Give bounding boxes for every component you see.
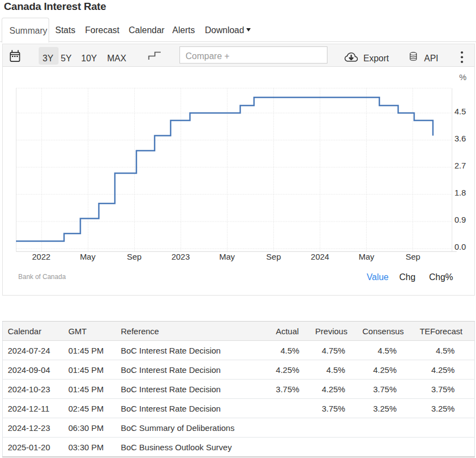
svg-text:3.6: 3.6 xyxy=(454,134,466,143)
svg-text:May: May xyxy=(219,252,235,261)
svg-text:1.8: 1.8 xyxy=(454,188,466,197)
svg-text:4.5: 4.5 xyxy=(454,107,466,116)
svg-text:0.9: 0.9 xyxy=(454,215,466,224)
svg-text:May: May xyxy=(358,252,374,261)
svg-text:2023: 2023 xyxy=(171,252,189,261)
svg-text:Sep: Sep xyxy=(266,252,281,261)
svg-text:2024: 2024 xyxy=(311,252,329,261)
svg-text:2022: 2022 xyxy=(32,252,50,261)
svg-text:0.0: 0.0 xyxy=(454,242,466,251)
svg-text:Sep: Sep xyxy=(127,252,142,261)
svg-text:2.7: 2.7 xyxy=(454,161,466,170)
svg-text:May: May xyxy=(80,252,96,261)
svg-text:Sep: Sep xyxy=(405,252,420,261)
svg-text:%: % xyxy=(459,72,467,82)
